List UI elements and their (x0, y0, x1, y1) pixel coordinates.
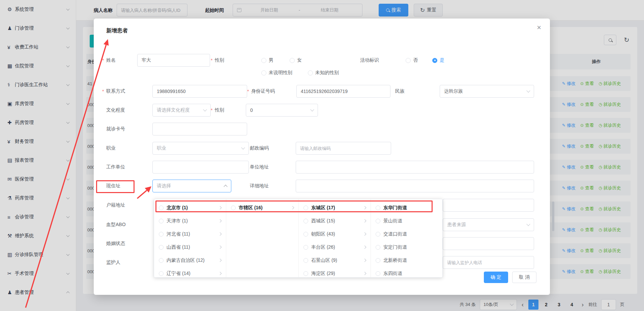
active-flag-radio-group: 否 是 (406, 54, 444, 67)
education-label: *文化程度 (102, 104, 125, 117)
cascader-city-column: 市辖区 (16) (226, 199, 299, 277)
cascader-option-label: 安定门街道 (383, 244, 407, 250)
cascader-option[interactable]: 内蒙古自治区 (12) (154, 254, 226, 267)
occupation-label: *职业 (102, 142, 116, 155)
cascader-option[interactable]: 丰台区 (26) (299, 241, 371, 254)
cascader-option[interactable]: 东华门街道 (371, 201, 443, 214)
cascader-option[interactable]: 西城区 (15) (299, 214, 371, 227)
cascader-option-label: 丰台区 (26) (311, 244, 335, 250)
chevron-right-icon (218, 232, 222, 236)
close-icon[interactable]: × (537, 24, 541, 31)
chevron-down-icon (241, 146, 245, 149)
cascader-option-label: 景山街道 (383, 218, 402, 224)
cascader-option[interactable]: 安定门街道 (371, 241, 443, 254)
required-mark: * (102, 89, 105, 94)
patient-source-select[interactable]: 患者来源 (443, 218, 534, 231)
cascader-option[interactable]: 市辖区 (16) (226, 201, 298, 214)
radio-label: 是 (440, 57, 444, 63)
contact-input[interactable] (152, 85, 247, 98)
cascader-option-label: 天津市 (1) (167, 218, 188, 224)
required-mark: * (247, 89, 250, 94)
chevron-right-icon (291, 206, 294, 210)
employer-input[interactable] (152, 161, 249, 174)
marital-row-input[interactable] (443, 237, 534, 250)
cascader-option[interactable]: 北京市 (1) (154, 201, 226, 214)
id-number-input[interactable] (296, 85, 390, 98)
gender-radio-option[interactable]: 女 (290, 57, 302, 63)
radio-circle-icon (159, 232, 164, 237)
gender-radio-option[interactable]: 未说明性别 (261, 70, 292, 76)
cascader-option-label: 北新桥街道 (383, 257, 407, 263)
cancel-button[interactable]: 取 消 (512, 272, 536, 283)
cascader-option-label: 河北省 (11) (167, 231, 190, 237)
marital-status-label: *婚姻状态 (102, 237, 125, 250)
cascader-street-column: 东华门街道 景山街道 交道口街道 安定门街道 (371, 199, 443, 277)
cascader-option[interactable]: 河北省 (11) (154, 227, 226, 241)
current-address-cascader-select[interactable]: 请选择 (152, 180, 231, 192)
radio-circle-icon (303, 232, 308, 237)
cascader-option[interactable]: 景山街道 (371, 214, 443, 227)
gender-radio-option[interactable]: 男 (261, 57, 273, 63)
radio-circle-icon (159, 271, 164, 276)
radio-circle-icon (303, 271, 308, 276)
chevron-up-icon (224, 185, 227, 188)
radio-circle-icon (376, 245, 380, 250)
chevron-right-icon (218, 206, 222, 210)
education-select[interactable]: 请选择文化程度 (152, 104, 211, 117)
cascader-option-label: 朝阳区 (43) (311, 231, 335, 237)
app-screen: ⚙ 系统管理 ♟ 门诊管理 ¥ 收费工作站 ▦ 住院管理 (0, 0, 644, 311)
gender-select-label: *性别 (211, 104, 224, 117)
cascader-option[interactable]: 山西省 (11) (154, 241, 226, 254)
radio-label: 未知的性别 (315, 70, 339, 76)
radio-circle-icon (303, 219, 308, 223)
radio-circle-icon (376, 206, 380, 210)
radio-circle-icon (376, 271, 380, 276)
employer-address-input[interactable] (296, 161, 534, 174)
visit-card-input[interactable] (152, 123, 247, 135)
household-address-input[interactable] (443, 199, 534, 212)
cascader-option-label: 石景山区 (9) (311, 257, 337, 263)
cascader-province-column: 北京市 (1) 天津市 (1) 河北省 (11) 山西省 (154, 199, 226, 277)
active-flag-radio-option[interactable]: 否 (406, 57, 418, 63)
id-number-label: *身份证号码 (247, 85, 275, 98)
cascader-option-label: 内蒙古自治区 (12) (167, 257, 205, 263)
cascader-option[interactable]: 石景山区 (9) (299, 254, 371, 267)
radio-circle-icon (261, 70, 266, 75)
cascader-option[interactable]: 天津市 (1) (154, 214, 226, 227)
chevron-right-icon (363, 259, 367, 262)
chevron-right-icon (218, 219, 222, 223)
radio-circle-icon (303, 245, 308, 250)
chevron-down-icon (526, 89, 530, 92)
detail-address-input[interactable] (296, 180, 534, 192)
active-flag-radio-option[interactable]: 是 (432, 57, 444, 63)
cascader-option[interactable]: 东城区 (17) (299, 201, 371, 214)
gender-radio-option[interactable]: 未知的性别 (308, 70, 339, 76)
ethnicity-select[interactable]: 达斡尔族 (440, 85, 534, 98)
radio-circle-icon (303, 258, 308, 263)
name-input[interactable] (137, 54, 210, 67)
cascader-option[interactable]: 海淀区 (29) (299, 267, 371, 277)
cascader-option-label: 西城区 (15) (311, 218, 335, 224)
chevron-down-icon (203, 107, 207, 111)
chevron-right-icon (363, 272, 367, 275)
dialog-scrollbar[interactable] (552, 201, 554, 231)
gender-select[interactable]: 0 (246, 104, 318, 117)
chevron-right-icon (363, 219, 367, 223)
cascader-option-label: 山西省 (11) (167, 244, 190, 250)
guardian-phone-input[interactable] (443, 256, 534, 269)
cascader-option[interactable]: 辽宁省 (14) (154, 267, 226, 277)
cascader-option-label: 市辖区 (16) (239, 205, 263, 211)
occupation-select[interactable]: 职业 (152, 142, 249, 155)
cascader-option[interactable]: 北新桥街道 (371, 254, 443, 267)
required-mark: * (211, 107, 213, 113)
radio-label: 未说明性别 (269, 70, 292, 76)
required-mark: * (102, 58, 105, 63)
cascader-option[interactable]: 东四街道 (371, 267, 443, 277)
radio-circle-icon (261, 58, 266, 63)
confirm-button[interactable]: 确 定 (484, 272, 508, 283)
required-mark: * (211, 58, 213, 63)
cascader-option[interactable]: 交道口街道 (371, 227, 443, 241)
cascader-option[interactable]: 朝阳区 (43) (299, 227, 371, 241)
postal-code-input[interactable] (296, 142, 391, 155)
employer-label: *工作单位 (102, 161, 125, 174)
